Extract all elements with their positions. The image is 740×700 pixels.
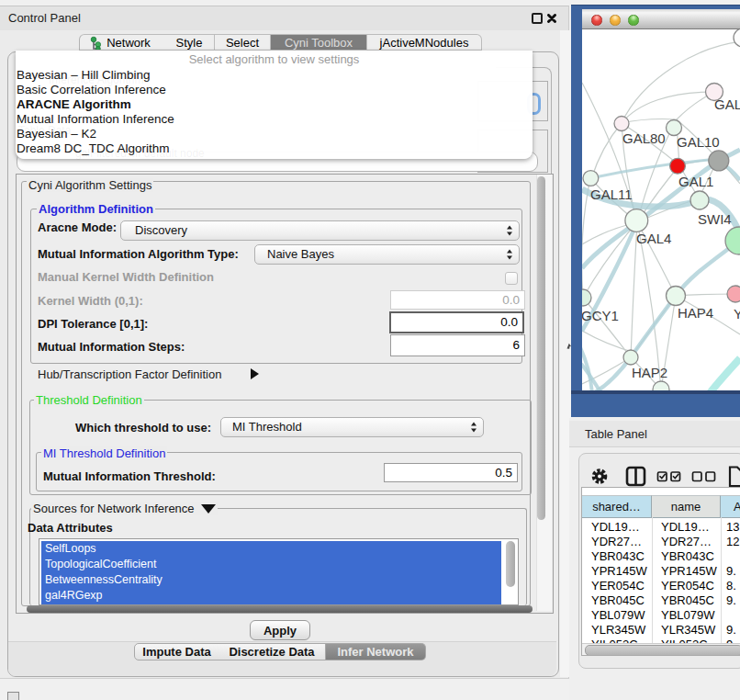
svg-text:GAL7: GAL7: [714, 96, 740, 112]
svg-text:HAP2: HAP2: [632, 365, 667, 380]
svg-text:Y: Y: [734, 306, 740, 322]
svg-text:GAL11: GAL11: [590, 186, 633, 202]
svg-text:SWI4: SWI4: [698, 211, 732, 227]
svg-text:GAL4: GAL4: [636, 231, 671, 246]
svg-text:HAP4: HAP4: [678, 305, 713, 321]
svg-text:GAL10: GAL10: [677, 134, 720, 150]
svg-text:GAL80: GAL80: [622, 130, 666, 146]
svg-text:GCY1: GCY1: [582, 308, 619, 323]
svg-text:GAL1: GAL1: [678, 174, 713, 189]
